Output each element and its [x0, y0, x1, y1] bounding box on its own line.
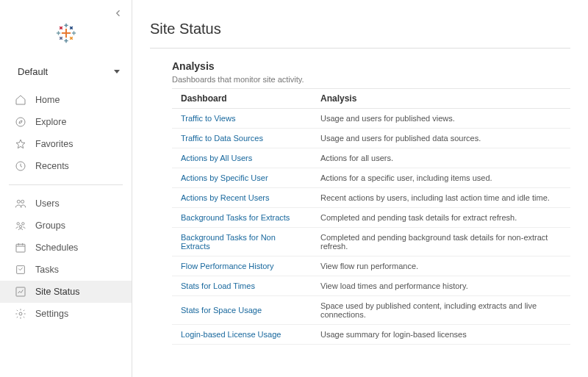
svg-point-20	[17, 200, 20, 203]
svg-point-21	[21, 200, 24, 203]
nav-group-main: Home Explore Favorites Recents	[0, 86, 132, 180]
svg-point-24	[19, 226, 21, 228]
nav-item-recents[interactable]: Recents	[0, 155, 132, 177]
dashboard-desc: View load times and performance history.	[312, 276, 570, 296]
table-row: Login-based License UsageUsage summary f…	[172, 325, 570, 345]
site-name: Default	[18, 66, 48, 77]
nav-item-settings[interactable]: Settings	[0, 303, 132, 325]
nav-group-admin: Users Groups Schedules Tasks Site Status…	[0, 190, 132, 328]
dashboard-link[interactable]: Actions by Specific User	[172, 168, 312, 188]
nav-item-favorites[interactable]: Favorites	[0, 133, 132, 155]
status-icon	[15, 286, 26, 298]
nav-label: Favorites	[35, 139, 73, 149]
table-header-row: Dashboard Analysis	[172, 89, 570, 109]
dashboard-link[interactable]: Traffic to Views	[172, 109, 312, 129]
svg-point-22	[17, 223, 19, 225]
table-row: Background Tasks for Non ExtractsComplet…	[172, 228, 570, 256]
svg-point-18	[16, 118, 25, 126]
page-title: Site Status	[150, 21, 570, 49]
dashboard-link[interactable]: Actions by Recent Users	[172, 188, 312, 208]
dashboard-link[interactable]: Actions by All Users	[172, 148, 312, 168]
nav-label: Explore	[35, 117, 66, 127]
dashboard-desc: Recent actions by users, including last …	[312, 188, 570, 208]
dashboard-desc: Space used by published content, includi…	[312, 296, 570, 325]
svg-point-23	[22, 223, 24, 225]
table-row: Actions by Recent UsersRecent actions by…	[172, 188, 570, 208]
dashboard-link[interactable]: Login-based License Usage	[172, 325, 312, 345]
table-row: Traffic to ViewsUsage and users for publ…	[172, 109, 570, 129]
compass-icon	[15, 116, 26, 128]
col-dashboard: Dashboard	[172, 89, 312, 109]
nav-label: Schedules	[35, 243, 78, 253]
tasks-icon	[15, 264, 26, 276]
col-analysis: Analysis	[312, 89, 570, 109]
svg-rect-27	[16, 287, 25, 296]
table-row: Stats for Load TimesView load times and …	[172, 276, 570, 296]
star-icon	[15, 138, 26, 150]
groups-icon	[15, 220, 26, 231]
dashboard-desc: Usage and users for published views.	[312, 109, 570, 129]
tableau-logo-icon	[56, 23, 76, 43]
table-row: Background Tasks for ExtractsCompleted a…	[172, 208, 570, 228]
dashboard-desc: Completed and pending task details for e…	[312, 208, 570, 228]
nav-label: Recents	[35, 161, 69, 171]
nav-label: Site Status	[35, 287, 79, 297]
table-row: Actions by Specific UserActions for a sp…	[172, 168, 570, 188]
nav-label: Home	[35, 95, 60, 105]
nav-item-schedules[interactable]: Schedules	[0, 237, 132, 259]
calendar-icon	[15, 242, 26, 254]
table-row: Actions by All UsersActions for all user…	[172, 148, 570, 168]
nav-item-groups[interactable]: Groups	[0, 215, 132, 237]
section-subtitle: Dashboards that monitor site activity.	[172, 75, 570, 84]
table-row: Flow Performance HistoryView flow run pe…	[172, 256, 570, 276]
dashboard-link[interactable]: Stats for Space Usage	[172, 296, 312, 325]
nav-item-home[interactable]: Home	[0, 89, 132, 111]
nav-label: Settings	[35, 309, 68, 319]
svg-rect-25	[16, 244, 25, 252]
dashboard-desc: Actions for a specific user, including i…	[312, 168, 570, 188]
chevron-left-icon	[114, 9, 123, 18]
section-title: Analysis	[172, 60, 570, 72]
dashboard-desc: View flow run performance.	[312, 256, 570, 276]
dashboard-link[interactable]: Traffic to Data Sources	[172, 129, 312, 148]
sidebar: Default Home Explore Favorites Recents U…	[0, 0, 132, 377]
dashboard-link[interactable]: Background Tasks for Non Extracts	[172, 228, 312, 256]
nav-label: Tasks	[35, 265, 59, 275]
dashboard-link[interactable]: Stats for Load Times	[172, 276, 312, 296]
dashboard-desc: Usage and users for published data sourc…	[312, 129, 570, 148]
nav-divider	[9, 184, 123, 185]
home-icon	[15, 94, 26, 106]
gear-icon	[15, 308, 26, 320]
table-row: Stats for Space UsageSpace used by publi…	[172, 296, 570, 325]
nav-label: Users	[35, 198, 60, 209]
clock-icon	[15, 160, 26, 172]
nav-item-tasks[interactable]: Tasks	[0, 259, 132, 281]
site-selector[interactable]: Default	[0, 66, 132, 86]
dashboard-link[interactable]: Flow Performance History	[172, 256, 312, 276]
dashboard-link[interactable]: Background Tasks for Extracts	[172, 208, 312, 228]
nav-label: Groups	[35, 220, 65, 231]
dashboard-desc: Usage summary for login-based licenses	[312, 325, 570, 345]
table-row: Traffic to Data SourcesUsage and users f…	[172, 129, 570, 148]
users-icon	[15, 198, 26, 209]
nav-item-explore[interactable]: Explore	[0, 111, 132, 133]
collapse-sidebar-button[interactable]	[112, 7, 124, 19]
main-content: Site Status Analysis Dashboards that mon…	[132, 0, 588, 377]
nav-item-users[interactable]: Users	[0, 193, 132, 215]
svg-point-28	[19, 312, 22, 315]
analysis-section: Analysis Dashboards that monitor site ac…	[150, 49, 570, 345]
dashboard-desc: Actions for all users.	[312, 148, 570, 168]
nav-item-site-status[interactable]: Site Status	[0, 281, 132, 303]
caret-down-icon	[114, 70, 120, 73]
dashboard-desc: Completed and pending background task de…	[312, 228, 570, 256]
analysis-table: Dashboard Analysis Traffic to ViewsUsage…	[172, 88, 570, 345]
